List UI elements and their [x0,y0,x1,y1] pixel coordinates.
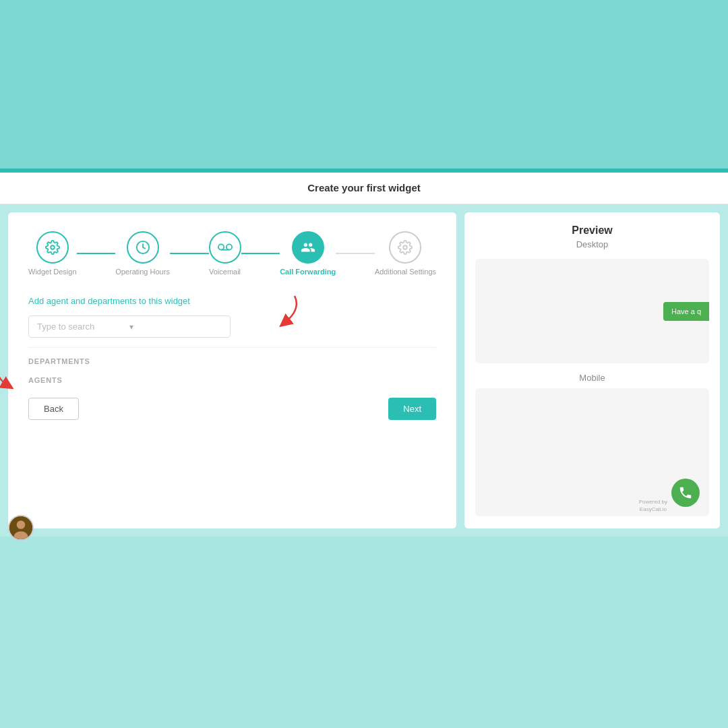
svg-point-3 [226,244,231,249]
avatar[interactable] [8,515,34,541]
step-additional-settings[interactable]: Additional Settings [375,231,436,276]
back-button[interactable]: Back [28,398,79,420]
preview-widget-button: Have a q [663,302,709,321]
arrow-annotation-2 [0,357,35,391]
buttons-row: Back Next [28,398,436,420]
dropdown-arrow-icon: ▾ [129,322,222,332]
svg-point-5 [404,245,408,249]
step-label-operating-hours: Operating Hours [115,268,170,276]
step-label-widget-design: Widget Design [28,268,77,276]
phone-widget-icon [671,479,700,507]
bottom-background [0,537,728,712]
preview-panel: Preview Desktop Have a q Mobile Powered … [464,212,720,528]
step-circle-operating-hours [127,231,159,264]
preview-desktop-label: Desktop [475,239,709,249]
page-title: Create your first widget [307,182,421,193]
arrow-annotation-1 [247,289,301,330]
connector-1 [77,253,116,254]
main-content: Widget Design Operating Hours [0,204,728,537]
connector-2 [170,253,209,254]
step-circle-voicemail [209,231,241,264]
top-background [0,0,728,169]
next-button[interactable]: Next [388,398,436,420]
stepper: Widget Design Operating Hours [28,231,436,276]
preview-mobile-label: Mobile [475,373,709,383]
connector-3 [241,253,280,254]
preview-mobile: Powered byEasyCall.io [475,388,709,516]
step-label-voicemail: Voicemail [209,268,241,276]
step-circle-widget-design [36,231,69,264]
svg-point-0 [51,245,55,249]
step-voicemail[interactable]: Voicemail [209,231,241,276]
step-call-forwarding[interactable]: Call Forwarding [280,231,336,276]
search-placeholder: Type to search [37,322,129,332]
svg-point-7 [17,520,26,529]
divider-1 [28,347,436,348]
step-circle-call-forwarding [292,231,324,264]
agent-search-dropdown[interactable]: Type to search ▾ [28,315,231,338]
avatar-image [9,516,32,539]
preview-desktop: Have a q [475,259,709,363]
step-circle-additional-settings [389,231,421,264]
departments-title: DEPARTMENTS [28,357,436,365]
step-label-call-forwarding: Call Forwarding [280,268,336,276]
preview-widget-text: Have a q [671,307,701,315]
form-label: Add agent and departments to this widget [28,296,436,306]
svg-point-2 [218,244,223,249]
powered-by-text: Powered byEasyCall.io [639,499,667,513]
form-label-container: Add agent and departments to this widget [28,296,436,306]
wizard-panel: Widget Design Operating Hours [8,212,456,528]
header-bar: Create your first widget [0,173,728,204]
connector-4 [336,253,375,254]
agents-section: AGENTS [28,376,436,384]
step-label-additional-settings: Additional Settings [375,268,436,276]
preview-title: Preview [475,224,709,237]
step-widget-design[interactable]: Widget Design [28,231,77,276]
departments-section: DEPARTMENTS [28,357,436,365]
agents-title: AGENTS [28,376,436,384]
step-operating-hours[interactable]: Operating Hours [115,231,170,276]
